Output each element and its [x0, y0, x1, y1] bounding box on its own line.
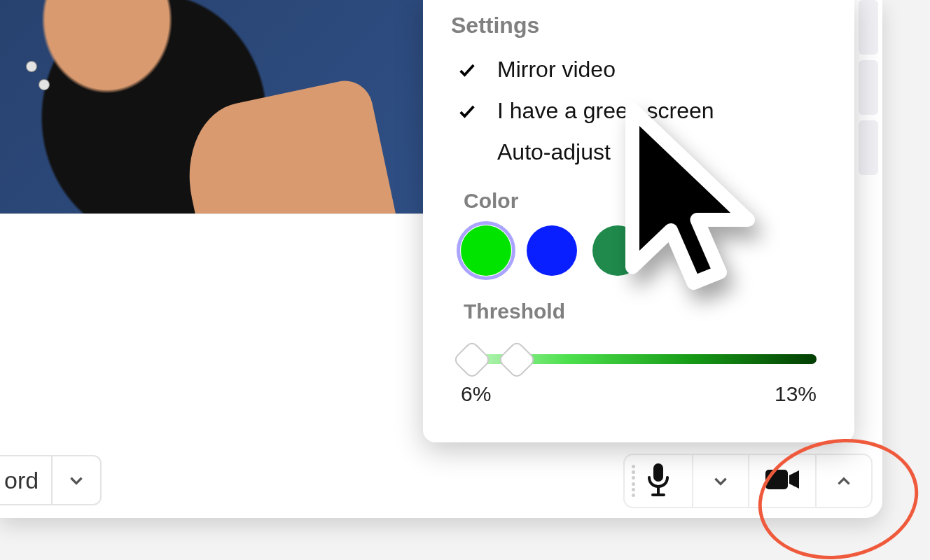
chevron-down-icon — [67, 471, 85, 489]
settings-section-title: Settings — [451, 13, 826, 38]
threshold-handle-high[interactable] — [497, 340, 537, 380]
setting-auto-adjust[interactable]: Auto-adjust — [457, 139, 826, 165]
mic-level-indicator — [632, 465, 636, 497]
color-section-title: Color — [464, 189, 826, 213]
check-icon — [457, 101, 478, 122]
threshold-handle-low[interactable] — [452, 340, 492, 380]
svg-rect-3 — [765, 470, 788, 489]
record-button-label: ord — [4, 467, 39, 494]
app-window: ord — [0, 0, 882, 518]
video-preview — [0, 0, 426, 214]
threshold-slider[interactable] — [461, 343, 817, 375]
chevron-up-icon — [835, 472, 853, 490]
video-settings-popover: Settings Mirror video I have a green scr… — [423, 0, 854, 442]
av-toolbar — [623, 454, 873, 508]
color-swatch-dark-green[interactable] — [592, 225, 643, 276]
color-swatch-green[interactable] — [461, 225, 511, 276]
color-swatches — [461, 225, 826, 276]
record-button[interactable]: ord — [0, 455, 51, 505]
threshold-low-label: 6% — [461, 382, 491, 406]
setting-label: Auto-adjust — [497, 139, 611, 165]
setting-label: I have a green screen — [497, 98, 714, 124]
preview-divider — [0, 214, 426, 304]
record-options-button[interactable] — [51, 455, 102, 505]
microphone-icon — [644, 462, 672, 500]
threshold-section-title: Threshold — [464, 300, 826, 323]
chevron-down-icon — [712, 472, 730, 490]
check-empty — [457, 142, 478, 163]
microphone-options-button[interactable] — [692, 455, 748, 507]
microphone-button[interactable] — [625, 455, 692, 507]
check-icon — [457, 59, 478, 80]
participant-strip — [859, 0, 878, 175]
setting-mirror-video[interactable]: Mirror video — [457, 57, 826, 83]
setting-label: Mirror video — [497, 57, 616, 83]
camera-button[interactable] — [748, 455, 815, 507]
svg-rect-0 — [653, 463, 663, 482]
threshold-high-label: 13% — [775, 382, 817, 406]
color-swatch-blue[interactable] — [527, 225, 577, 276]
camera-options-button[interactable] — [815, 455, 871, 507]
video-camera-icon — [764, 467, 800, 495]
setting-green-screen[interactable]: I have a green screen — [457, 98, 826, 124]
